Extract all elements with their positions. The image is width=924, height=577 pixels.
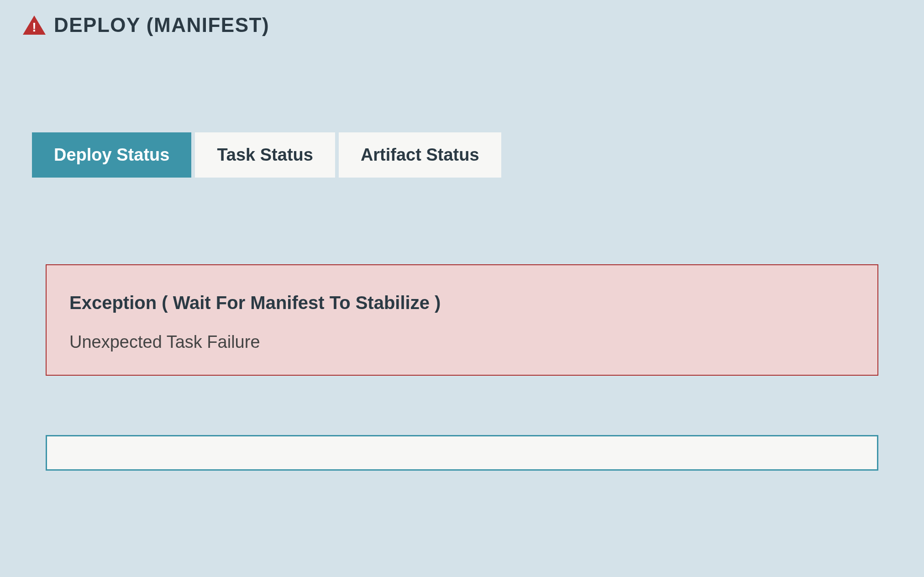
tab-deploy-status[interactable]: Deploy Status xyxy=(32,132,191,178)
tabs-container: Deploy Status Task Status Artifact Statu… xyxy=(32,132,901,178)
input-panel[interactable] xyxy=(46,435,878,471)
error-message: Unexpected Task Failure xyxy=(69,332,855,352)
tab-artifact-status[interactable]: Artifact Status xyxy=(339,132,501,178)
warning-triangle-icon xyxy=(23,16,46,35)
error-panel: Exception ( Wait For Manifest To Stabili… xyxy=(46,264,878,376)
tab-task-status[interactable]: Task Status xyxy=(195,132,335,178)
error-title: Exception ( Wait For Manifest To Stabili… xyxy=(69,293,855,313)
page-header: DEPLOY (MANIFEST) xyxy=(23,14,901,37)
page-title: DEPLOY (MANIFEST) xyxy=(54,14,269,37)
